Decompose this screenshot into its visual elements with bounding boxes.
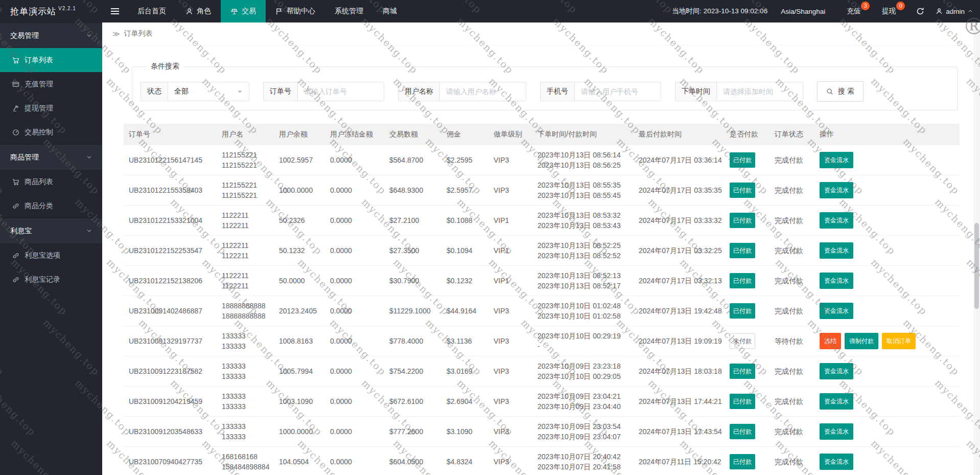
action-button-资金流水[interactable]: 资金流水 xyxy=(820,363,853,379)
action-button-冻结[interactable]: 冻结 xyxy=(820,333,841,349)
order-no-cell: UB2310122155359403 xyxy=(124,175,217,206)
sidebar-item-label: 商品分类 xyxy=(25,201,53,211)
column-header: 最后付款时间 xyxy=(634,124,725,145)
nav-item-1[interactable]: 后台首页 xyxy=(128,0,176,22)
hamburger-menu-icon[interactable] xyxy=(102,0,128,22)
nav-item-5[interactable]: 系统管理 xyxy=(325,0,373,22)
commission-cell: $4.8324 xyxy=(441,447,488,475)
search-button[interactable]: 搜 索 xyxy=(817,81,864,102)
order-status-cell: 完成付款 xyxy=(769,236,814,266)
scrollbar-thumb[interactable] xyxy=(974,223,979,309)
amount-cell: $27.2100 xyxy=(384,206,441,236)
level-cell: VIP3 xyxy=(488,326,532,356)
sidebar-group-label: 商品管理 xyxy=(10,153,39,162)
sidebar-group-2[interactable]: 商品管理 xyxy=(0,144,102,170)
order-time-label: 下单时间 xyxy=(675,82,717,101)
app-logo: 抢单演示站 V2.2.1 xyxy=(0,0,102,22)
action-button-资金流水[interactable]: 资金流水 xyxy=(820,242,853,259)
search-icon xyxy=(826,88,833,95)
search-button-label: 搜 索 xyxy=(838,87,854,96)
order-no-cell: UB2310091203548633 xyxy=(124,417,217,447)
user-cell: 133333133333 xyxy=(217,356,274,387)
commission-cell: $2.6904 xyxy=(441,387,488,417)
table-row: UB23100914024868871888888888818888888888… xyxy=(124,296,960,326)
chevron-down-icon xyxy=(237,89,243,95)
cart-icon xyxy=(12,178,19,186)
order-pay-time-cell: 2023年10月09日 23:04:212023年10月09日 23:04:40 xyxy=(532,387,634,417)
phone-label: 手机号 xyxy=(541,82,575,101)
action-button-资金流水[interactable]: 资金流水 xyxy=(820,182,853,198)
actions-cell: 资金流水 xyxy=(814,356,960,387)
frozen-cell: 0.0000 xyxy=(325,206,384,236)
main-area: ≫ 订单列表 条件搜索 状态 全部 订单号 用户名称 xyxy=(102,22,980,475)
action-button-资金流水[interactable]: 资金流水 xyxy=(820,303,853,319)
recharge-button[interactable]: 充值 3 xyxy=(841,7,867,16)
paid-status-badge: 已付款 xyxy=(730,394,755,409)
app-title: 抢单演示站 xyxy=(10,6,56,17)
last-pay-time-cell: 2024年07月13日 19:42:48 xyxy=(634,296,725,326)
refresh-icon[interactable] xyxy=(916,7,924,15)
sidebar-item-商品列表[interactable]: 商品列表 xyxy=(0,170,102,194)
nav-item-2[interactable]: 角色 xyxy=(176,0,221,22)
local-time: 当地时间: 2023-10-13 09:02:06 xyxy=(672,7,767,16)
nav-item-3[interactable]: 交易 xyxy=(221,0,266,22)
actions-cell: 资金流水 xyxy=(814,387,960,417)
sidebar-item-label: 利息宝选项 xyxy=(25,251,60,260)
action-button-资金流水[interactable]: 资金流水 xyxy=(820,273,853,289)
sidebar-item-充值管理[interactable]: 充值管理 xyxy=(0,72,102,96)
table-row: UB23100912042194591333331333331003.10900… xyxy=(124,387,960,417)
action-button-强制付款[interactable]: 强制付款 xyxy=(845,333,878,349)
level-cell: VIP1 xyxy=(488,266,532,296)
balance-cell: 1000.0000 xyxy=(274,417,325,447)
order-no-input[interactable] xyxy=(298,82,384,101)
amount-cell: $777.2600 xyxy=(384,417,441,447)
frozen-cell: 0.0000 xyxy=(325,356,384,387)
withdraw-button[interactable]: 提现 0 xyxy=(876,7,902,16)
link-icon xyxy=(12,252,19,259)
top-header: 抢单演示站 V2.2.1 后台首页角色交易帮助中心系统管理商城 当地时间: 20… xyxy=(0,0,980,22)
action-button-资金流水[interactable]: 资金流水 xyxy=(820,454,853,470)
phone-input[interactable] xyxy=(575,82,661,101)
action-button-资金流水[interactable]: 资金流水 xyxy=(820,152,853,168)
balance-cell: 104.0504 xyxy=(274,447,325,475)
sidebar-item-订单列表[interactable]: 订单列表 xyxy=(0,48,102,72)
sidebar-group-3[interactable]: 利息宝 xyxy=(0,218,102,243)
user-menu[interactable]: admin xyxy=(936,8,973,15)
frozen-cell: 0.0000 xyxy=(325,296,384,326)
action-button-资金流水[interactable]: 资金流水 xyxy=(820,393,853,410)
nav-item-4[interactable]: 帮助中心 xyxy=(266,0,325,22)
amount-cell: $11229.1000 xyxy=(384,296,441,326)
action-button-资金流水[interactable]: 资金流水 xyxy=(820,423,853,440)
sidebar-item-label: 提现管理 xyxy=(25,104,53,113)
order-time-input[interactable] xyxy=(717,82,803,101)
sidebar-item-商品分类[interactable]: 商品分类 xyxy=(0,194,102,218)
actions-cell: 资金流水 xyxy=(814,266,960,296)
sidebar-item-提现管理[interactable]: 提现管理 xyxy=(0,96,102,120)
sidebar: 交易管理订单列表充值管理提现管理交易控制商品管理商品列表商品分类利息宝利息宝选项… xyxy=(0,22,102,475)
sidebar-item-利息宝选项[interactable]: 利息宝选项 xyxy=(0,243,102,267)
order-no-filter: 订单号 xyxy=(263,82,384,101)
sidebar-group-1[interactable]: 交易管理 xyxy=(0,22,102,48)
order-status-cell: 完成付款 xyxy=(769,145,814,175)
user-cell: 112155221112155221 xyxy=(217,175,274,206)
last-pay-time-cell: 2024年07月13日 18:03:18 xyxy=(634,356,725,387)
chevron-down-icon xyxy=(86,33,92,38)
action-button-取消订单[interactable]: 取消订单 xyxy=(882,333,916,349)
status-select[interactable]: 全部 xyxy=(168,82,249,101)
paid-cell: 已付款 xyxy=(725,296,769,326)
username-input[interactable] xyxy=(440,82,526,101)
commission-cell: $0.1232 xyxy=(441,266,488,296)
order-no-cell: UB2310122156147145 xyxy=(124,145,217,175)
search-fieldset: 条件搜索 状态 全部 订单号 用户名称 手 xyxy=(132,62,958,110)
commission-cell: $0.1088 xyxy=(441,206,488,236)
nav-item-6[interactable]: 商城 xyxy=(373,0,407,22)
sidebar-item-交易控制[interactable]: 交易控制 xyxy=(0,120,102,144)
order-pay-time-cell: 2023年10月13日 08:53:322023年10月13日 08:53:43 xyxy=(532,206,634,236)
action-button-资金流水[interactable]: 资金流水 xyxy=(820,212,853,229)
vertical-scrollbar[interactable] xyxy=(973,22,980,475)
level-cell: VIP3 xyxy=(488,387,532,417)
order-no-cell: UB2310070940427735 xyxy=(124,447,217,475)
frozen-cell: 0.0000 xyxy=(325,266,384,296)
sidebar-item-利息宝记录[interactable]: 利息宝记录 xyxy=(0,267,102,291)
balance-cell: 1008.8163 xyxy=(274,326,325,356)
